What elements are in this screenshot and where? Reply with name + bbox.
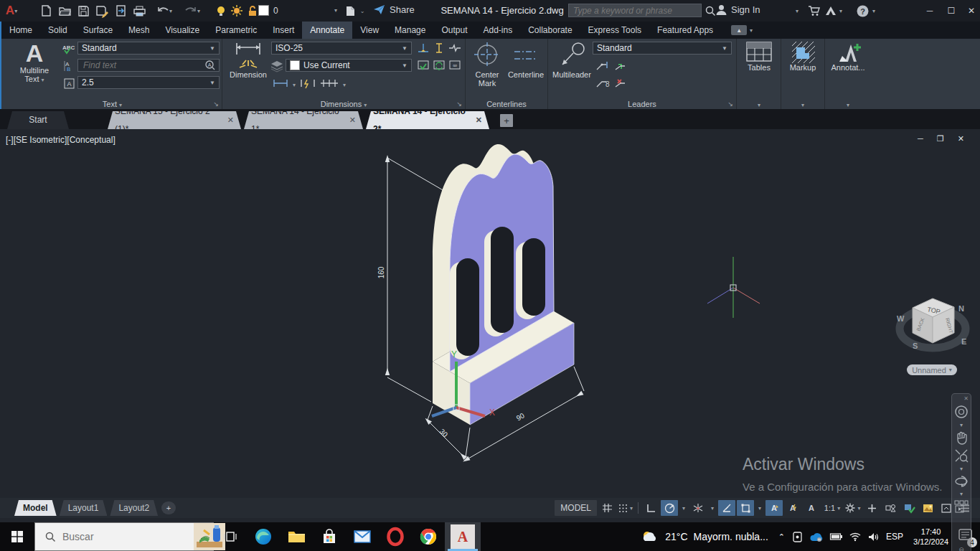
show-motion-icon[interactable] — [954, 500, 969, 513]
grid-toggle[interactable] — [598, 500, 616, 516]
find-text-input[interactable] — [82, 60, 205, 71]
export-button[interactable] — [112, 2, 129, 19]
tab-express-tools[interactable]: Express Tools — [580, 22, 649, 39]
dim-spacing-icon[interactable] — [432, 42, 446, 55]
onedrive-icon[interactable] — [810, 532, 823, 542]
sign-in-button[interactable]: Sign In — [716, 4, 760, 15]
taskbar-autocad-icon[interactable]: A — [445, 522, 481, 551]
markup-button[interactable]: Markup — [786, 42, 820, 72]
language-indicator[interactable]: ESP — [886, 532, 903, 542]
object-snap-toggle[interactable] — [737, 500, 754, 516]
polar-caret[interactable]: ▾ — [679, 500, 688, 516]
dim-jog-icon[interactable] — [448, 42, 462, 55]
taskbar-search-box[interactable] — [34, 522, 214, 551]
solid-model[interactable] — [433, 144, 574, 425]
dimensions-dialog-launcher[interactable]: ↘ — [456, 100, 462, 108]
tab-parametric[interactable]: Parametric — [207, 22, 265, 39]
navigation-wheel-icon[interactable] — [954, 405, 969, 419]
isodraft-caret[interactable]: ▾ — [708, 500, 717, 516]
annotation-monitor-button[interactable] — [863, 500, 880, 516]
close-button[interactable]: ✕ — [961, 0, 980, 22]
tables-button[interactable]: Tables — [742, 42, 776, 72]
leader-add-icon[interactable] — [595, 60, 610, 72]
markup-panel-caret[interactable]: ▾ — [781, 100, 824, 108]
taskbar-mail-icon[interactable] — [346, 522, 379, 551]
navbar-orbit-caret[interactable]: ▾ — [960, 491, 963, 497]
model-space-toggle[interactable]: MODEL — [555, 500, 597, 516]
save-button[interactable] — [75, 2, 92, 19]
save-as-button[interactable] — [93, 2, 110, 19]
tab-start[interactable]: Start — [7, 111, 69, 129]
pan-hand-icon[interactable] — [955, 431, 968, 446]
dim-continue-icon[interactable]: ∞ — [448, 60, 462, 72]
viewport-window-buttons[interactable]: ─ ❐ ✕ — [918, 134, 970, 143]
annotation-scale-value[interactable]: 1:1▾ — [821, 500, 843, 516]
help-caret-icon[interactable]: ▾ — [870, 2, 878, 19]
help-search-input[interactable] — [568, 4, 702, 17]
sheet-set-icon[interactable] — [341, 2, 359, 19]
tab-insert[interactable]: Insert — [265, 22, 302, 39]
isolate-objects-button[interactable] — [882, 500, 899, 516]
tab-layout1[interactable]: Layout1 — [60, 500, 108, 516]
tab-collaborate[interactable]: Collaborate — [520, 22, 580, 39]
tab-manage[interactable]: Manage — [387, 22, 433, 39]
dim-style-dropdown[interactable]: ISO-25▼ — [271, 42, 412, 55]
taskbar-explorer-icon[interactable] — [280, 522, 313, 551]
find-text-field[interactable]: A — [77, 59, 220, 72]
tab-doc-active[interactable]: SEMANA 14 - Ejercicio 2*✕ — [366, 111, 489, 129]
autodesk-caret-icon[interactable]: ▾ — [837, 2, 845, 19]
tab-solid[interactable]: Solid — [40, 22, 75, 39]
object-snap-caret[interactable]: ▾ — [755, 500, 764, 516]
sun-brightness-icon[interactable] — [228, 2, 245, 19]
orbit-icon[interactable] — [954, 475, 969, 488]
close-tab-icon[interactable]: ✕ — [476, 111, 482, 129]
clean-screen-button[interactable] — [919, 500, 936, 516]
text-dialog-launcher[interactable]: ↘ — [213, 100, 219, 108]
tray-device-icon[interactable] — [792, 532, 803, 542]
tab-layout2[interactable]: Layout2 — [110, 500, 158, 516]
leaders-dialog-launcher[interactable]: ↘ — [727, 100, 733, 108]
navbar-collapse-icon[interactable]: ⊖ — [958, 546, 964, 551]
dim-check-icon[interactable] — [416, 60, 430, 72]
dim-layer-dropdown[interactable]: Use Current▼ — [286, 59, 412, 72]
multileader-button[interactable]: Multileader — [551, 42, 593, 79]
tab-surface[interactable]: Surface — [75, 22, 121, 39]
wcs-dropdown[interactable]: Unnamed▾ — [907, 364, 957, 375]
layer-dropdown[interactable]: 0 ▾ — [258, 4, 337, 17]
plot-button[interactable] — [131, 2, 148, 19]
annotation-visibility-toggle[interactable]: A — [765, 500, 783, 516]
wifi-icon[interactable] — [849, 532, 861, 541]
layer-on-icon[interactable] — [212, 2, 230, 19]
tab-doc-2[interactable]: SEMANA 14 - Ejercicio 1*✕ — [244, 111, 363, 129]
center-mark-button[interactable]: CenterMark — [468, 42, 506, 88]
dim-break-icon[interactable] — [416, 42, 430, 55]
navbar-close-icon[interactable]: ✕ — [963, 395, 969, 402]
graphics-performance-button[interactable] — [900, 500, 918, 516]
qat-customize-icon[interactable]: ⌄ — [357, 2, 367, 19]
mleader-style-dropdown[interactable]: Standard▼ — [593, 42, 732, 55]
tab-model[interactable]: Model — [14, 500, 57, 516]
tab-output[interactable]: Output — [433, 22, 475, 39]
battery-icon[interactable] — [830, 532, 842, 541]
taskbar-opera-icon[interactable] — [379, 522, 412, 551]
navbar-wheel-caret[interactable]: ▾ — [960, 422, 963, 428]
taskbar-store-icon[interactable] — [313, 522, 346, 551]
taskbar-chrome-icon[interactable] — [412, 522, 445, 551]
leader-collect-icon[interactable] — [614, 60, 628, 72]
dim-baseline-tool[interactable] — [320, 78, 339, 91]
drawing-viewport[interactable]: 160 30 90 — [0, 129, 980, 498]
app-menu-button[interactable]: A▾ — [3, 2, 20, 19]
sign-in-caret-icon[interactable]: ▾ — [792, 2, 802, 19]
close-tab-icon[interactable]: ✕ — [227, 111, 234, 129]
weather-widget[interactable]: 21°C Mayorm. nubla... — [641, 529, 768, 544]
isodraft-toggle[interactable] — [689, 500, 707, 516]
workspace-switching-button[interactable]: ▾ — [844, 500, 862, 516]
minimize-button[interactable]: ─ — [920, 0, 940, 22]
taskbar-edge-icon[interactable] — [247, 522, 280, 551]
new-tab-button[interactable]: + — [500, 114, 513, 127]
object-snap-tracking-toggle[interactable] — [718, 500, 735, 516]
ribbon-collapse-button[interactable]: ▲▾ — [731, 22, 753, 39]
navigation-bar[interactable]: ✕ ▾ ▾ ▾ ⊖ — [951, 393, 971, 551]
ortho-toggle[interactable] — [642, 500, 659, 516]
leader-remove-icon[interactable] — [614, 77, 628, 90]
